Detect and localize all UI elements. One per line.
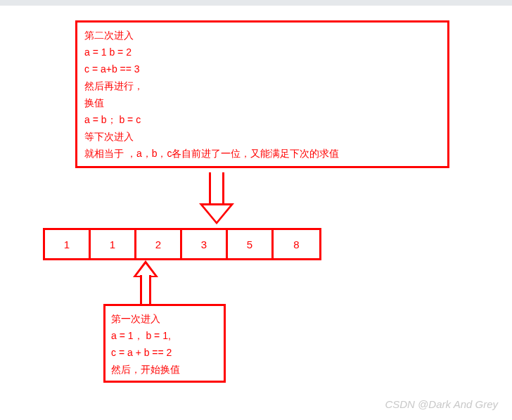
text-line: c = a + b == 2 [111,344,218,361]
fibonacci-cells: 1 1 2 3 5 8 [43,228,321,260]
text-line: 换值 [84,94,440,111]
cell: 2 [136,230,182,258]
cell: 1 [91,230,136,258]
first-iteration-box: 第一次进入 a = 1， b = 1, c = a + b == 2 然后，开始… [103,304,226,383]
cell: 1 [45,230,91,258]
text-line: 然后，开始换值 [111,361,218,378]
text-line: a = 1 b = 2 [84,44,440,61]
second-iteration-box: 第二次进入 a = 1 b = 2 c = a+b == 3 然后再进行， 换值… [75,20,449,168]
text-line: 第二次进入 [84,27,440,44]
cell: 8 [274,230,319,258]
text-line: 就相当于 ，a，b，c各自前进了一位，又能满足下次的求值 [84,145,440,162]
text-line: c = a+b == 3 [84,61,440,77]
cell: 3 [182,230,228,258]
text-line: a = b； b = c [84,111,440,128]
top-bar [0,0,512,6]
text-line: 等下次进入 [84,128,440,145]
watermark: CSDN @Dark And Grey [385,398,498,410]
cell: 5 [228,230,274,258]
text-line: 第一次进入 [111,310,218,327]
text-line: a = 1， b = 1, [111,327,218,344]
text-line: 然后再进行， [84,77,440,94]
